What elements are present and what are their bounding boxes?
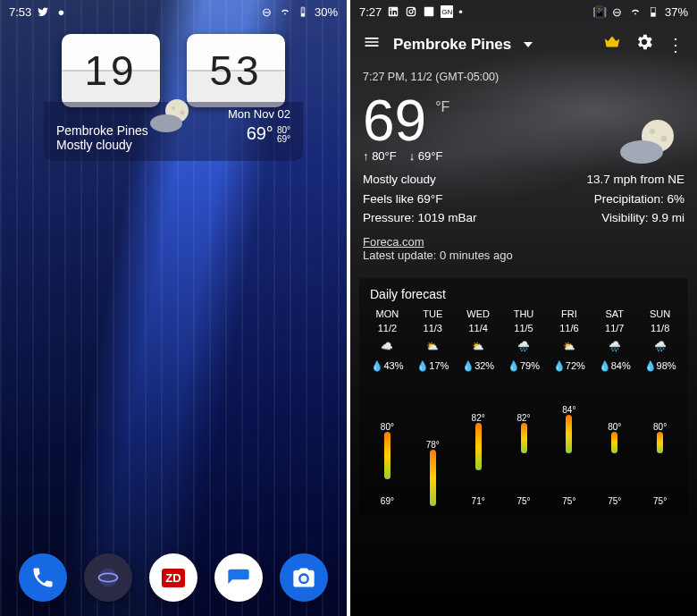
instagram-icon bbox=[405, 5, 417, 18]
chevron-down-icon[interactable] bbox=[524, 42, 533, 47]
day-of-week: FRI bbox=[546, 308, 592, 319]
day-date: 11/8 bbox=[637, 323, 683, 333]
dot-icon: • bbox=[458, 5, 463, 19]
day-of-week: SUN bbox=[637, 308, 683, 319]
linkedin-icon bbox=[423, 5, 435, 18]
moon-cloud-icon bbox=[147, 97, 200, 139]
forecast-day[interactable]: SUN 11/8 🌧️ 💧98% bbox=[637, 308, 683, 376]
condition-text: Mostly cloudy bbox=[363, 170, 477, 190]
temp-bar: 82°75° bbox=[501, 413, 547, 506]
location-title[interactable]: Pembroke Pines bbox=[393, 36, 511, 54]
widget-city: Pembroke Pines bbox=[56, 123, 148, 138]
svg-point-5 bbox=[99, 569, 118, 587]
svg-point-19 bbox=[661, 136, 668, 142]
battery-icon bbox=[297, 5, 309, 18]
svg-rect-14 bbox=[424, 7, 434, 17]
status-battery-pct: 30% bbox=[315, 5, 338, 19]
twitter-icon bbox=[37, 5, 49, 18]
wifi-icon bbox=[279, 5, 291, 18]
day-date: 11/5 bbox=[501, 323, 547, 333]
wind: 13.7 mph from NE bbox=[586, 170, 684, 190]
updated-label: Latest update: 0 minutes ago bbox=[363, 249, 513, 262]
menu-icon[interactable] bbox=[363, 33, 381, 55]
forecast-day[interactable]: FRI 11/6 ⛅ 💧72% bbox=[546, 308, 592, 376]
hi-temp: ↑ 80°F bbox=[363, 149, 397, 163]
phone-app[interactable] bbox=[19, 553, 67, 602]
weather-icon: ⛅ bbox=[546, 337, 592, 357]
camera-app[interactable] bbox=[280, 553, 328, 602]
wifi-icon bbox=[629, 5, 642, 18]
lo-temp: ↓ 69°F bbox=[409, 149, 443, 163]
battery-icon bbox=[647, 5, 659, 18]
dot-icon: ● bbox=[55, 5, 67, 18]
svg-point-3 bbox=[181, 111, 185, 115]
day-of-week: THU bbox=[501, 308, 547, 319]
linkedin-icon bbox=[387, 5, 399, 18]
zd-app[interactable]: ZD bbox=[149, 553, 197, 602]
panel-title: Daily forecast bbox=[365, 287, 683, 308]
day-date: 11/4 bbox=[456, 323, 501, 333]
status-time: 7:53 bbox=[9, 5, 31, 19]
svg-point-7 bbox=[300, 576, 307, 582]
weather-icon: ⛅ bbox=[456, 337, 501, 357]
crown-icon[interactable] bbox=[602, 32, 622, 56]
clock-minutes: 53 bbox=[187, 34, 285, 107]
svg-rect-9 bbox=[390, 11, 391, 15]
daily-forecast-panel[interactable]: Daily forecast MON 11/2 ☁️ 💧43%TUE 11/3 … bbox=[359, 278, 688, 515]
gear-icon[interactable] bbox=[634, 32, 654, 56]
current-temp: 69 bbox=[363, 92, 426, 149]
precip-chance: 💧72% bbox=[546, 360, 592, 372]
precip-chance: 💧43% bbox=[365, 360, 410, 372]
browser-app[interactable] bbox=[84, 553, 132, 602]
svg-rect-0 bbox=[301, 13, 305, 17]
forecast-day[interactable]: WED 11/4 ⛅ 💧32% bbox=[456, 308, 501, 376]
dock: ZD bbox=[0, 553, 347, 602]
svg-point-12 bbox=[409, 10, 413, 13]
weather-app: 7:27 GN • 📳 ⊖ 37% Pembroke Pines bbox=[350, 0, 697, 616]
widget-temp: 69°80°69° bbox=[247, 123, 290, 152]
precip-chance: 💧98% bbox=[637, 360, 683, 372]
precip-chance: 💧17% bbox=[410, 360, 456, 372]
forecast-day[interactable]: TUE 11/3 ⛅ 💧17% bbox=[410, 308, 456, 376]
day-of-week: SAT bbox=[592, 308, 637, 319]
temp-bar: 82°71° bbox=[456, 413, 501, 506]
svg-point-18 bbox=[650, 129, 655, 134]
dnd-icon: ⊖ bbox=[261, 5, 273, 18]
day-date: 11/2 bbox=[365, 323, 410, 333]
day-date: 11/7 bbox=[592, 323, 637, 333]
svg-point-2 bbox=[172, 106, 175, 110]
weather-icon: 🌧️ bbox=[501, 337, 547, 357]
clock-hours: 19 bbox=[62, 34, 160, 107]
source-link[interactable]: Foreca.com bbox=[363, 235, 424, 249]
clock-weather-widget[interactable]: 19 53 Mon Nov 02 Pembroke Pines Mostly c… bbox=[44, 34, 303, 161]
forecast-day[interactable]: MON 11/2 ☁️ 💧43% bbox=[365, 308, 410, 376]
precipitation: Precipitation: 6% bbox=[586, 190, 684, 209]
vibrate-icon: 📳 bbox=[593, 5, 606, 18]
widget-date: Mon Nov 02 bbox=[228, 107, 290, 121]
precip-chance: 💧32% bbox=[456, 360, 501, 372]
home-screen: 7:53 ● ⊖ 30% 19 53 bbox=[0, 0, 347, 616]
overflow-icon[interactable]: ⋮ bbox=[667, 34, 684, 55]
messages-app[interactable] bbox=[214, 553, 263, 602]
dnd-icon: ⊖ bbox=[611, 5, 624, 18]
temp-bar: 80°75° bbox=[592, 422, 637, 506]
forecast-day[interactable]: SAT 11/7 🌧️ 💧84% bbox=[592, 308, 637, 376]
day-date: 11/3 bbox=[410, 323, 456, 333]
svg-point-13 bbox=[414, 9, 415, 10]
svg-point-4 bbox=[150, 114, 182, 132]
day-date: 11/6 bbox=[546, 323, 592, 333]
temp-bar: 84°75° bbox=[546, 405, 592, 506]
day-of-week: TUE bbox=[410, 308, 456, 319]
svg-point-10 bbox=[390, 8, 392, 10]
precip-chance: 💧84% bbox=[592, 360, 637, 372]
temp-unit[interactable]: °F bbox=[435, 99, 449, 115]
timestamp-label: 7:27 PM, 11/2 (GMT-05:00) bbox=[350, 71, 697, 83]
weather-icon: 🌧️ bbox=[592, 337, 637, 357]
visibility: Visibility: 9.9 mi bbox=[586, 208, 684, 228]
weather-icon: ⛅ bbox=[410, 337, 456, 357]
temp-bar: 80°75° bbox=[637, 422, 683, 506]
svg-rect-16 bbox=[651, 13, 656, 16]
notif-icon: GN bbox=[441, 5, 453, 18]
forecast-day[interactable]: THU 11/5 🌧️ 💧79% bbox=[501, 308, 547, 376]
status-battery-pct: 37% bbox=[665, 5, 688, 19]
